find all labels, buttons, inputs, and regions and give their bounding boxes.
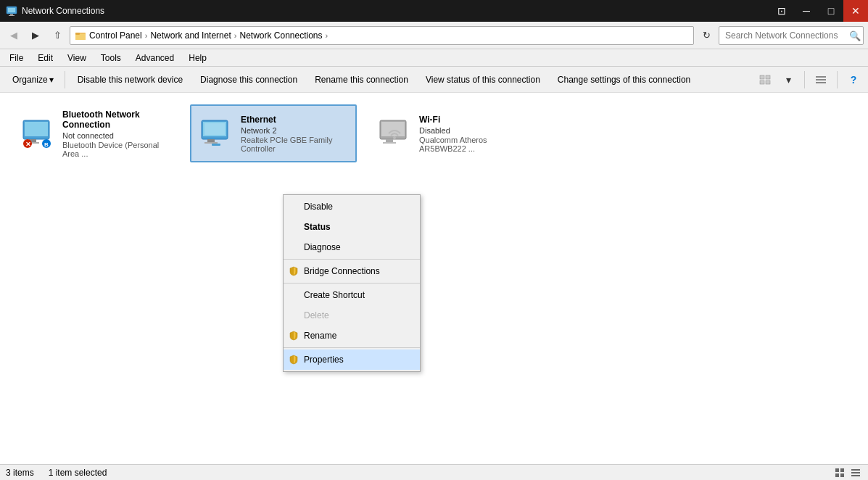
ctx-properties[interactable]: Properties xyxy=(284,349,420,370)
content-area: ✕ B Bluetooth Network Connection Not con… xyxy=(0,93,868,464)
window-title: Network Connections xyxy=(22,6,104,16)
folder-icon xyxy=(75,30,86,41)
window-controls: ⊡ ─ □ ✕ xyxy=(769,0,868,22)
shield-icon-properties xyxy=(288,354,299,365)
wifi-network-name: Wi-Fi xyxy=(419,115,526,125)
svg-rect-26 xyxy=(204,142,218,144)
item-count: 3 items xyxy=(6,468,34,478)
maximize-btn[interactable]: □ xyxy=(819,0,843,22)
svg-rect-13 xyxy=(816,82,826,83)
address-path: Control Panel › Network and Internet › N… xyxy=(70,26,694,45)
svg-rect-5 xyxy=(75,34,86,40)
forward-btn[interactable]: ▶ xyxy=(26,26,45,45)
bluetooth-network-text: Bluetooth Network Connection Not connect… xyxy=(62,109,170,158)
large-icons-icon xyxy=(835,468,845,478)
svg-rect-39 xyxy=(851,475,860,476)
bluetooth-network-name: Bluetooth Network Connection xyxy=(62,109,170,130)
ctx-bridge[interactable]: Bridge Connections xyxy=(284,261,420,281)
svg-rect-15 xyxy=(25,122,48,136)
toolbar-separator-3 xyxy=(837,71,838,88)
svg-rect-3 xyxy=(9,15,15,16)
disable-network-device-btn[interactable]: Disable this network device xyxy=(70,69,191,91)
title-bar: Network Connections ⊡ ─ □ ✕ xyxy=(0,0,868,22)
menu-advanced[interactable]: Advanced xyxy=(129,51,181,65)
svg-text:✕: ✕ xyxy=(25,141,31,148)
svg-rect-35 xyxy=(835,473,839,477)
address-bar: ◀ ▶ ⇧ Control Panel › Network and Intern… xyxy=(0,22,868,49)
svg-point-32 xyxy=(393,136,396,139)
menu-help[interactable]: Help xyxy=(182,51,213,65)
ctx-disable[interactable]: Disable xyxy=(284,196,420,217)
details-view-icon xyxy=(851,468,861,478)
breadcrumb-control-panel[interactable]: Control Panel xyxy=(89,30,142,41)
organize-btn[interactable]: Organize ▾ xyxy=(4,69,60,91)
ctx-rename[interactable]: Rename xyxy=(284,326,420,346)
network-item-wifi[interactable]: Wi-Fi Disabled Qualcomm Atheros AR5BWB22… xyxy=(368,104,535,162)
search-submit-btn[interactable]: 🔍 xyxy=(849,30,861,41)
selected-count: 1 item selected xyxy=(49,468,107,478)
breadcrumb-network-connections[interactable]: Network Connections xyxy=(239,30,322,41)
restore-btn[interactable]: ⊡ xyxy=(769,0,794,22)
toolbar-separator-1 xyxy=(65,71,65,88)
view-options-btn[interactable] xyxy=(755,70,775,90)
wifi-network-text: Wi-Fi Disabled Qualcomm Atheros AR5BWB22… xyxy=(419,115,526,153)
change-settings-btn[interactable]: Change settings of this connection xyxy=(550,69,698,91)
svg-rect-25 xyxy=(207,139,215,142)
svg-rect-9 xyxy=(760,80,764,84)
breadcrumb-network-internet[interactable]: Network and Internet xyxy=(150,30,231,41)
details-view-btn[interactable] xyxy=(811,70,831,90)
search-input[interactable] xyxy=(719,26,864,45)
menu-view[interactable]: View xyxy=(61,51,93,65)
svg-rect-11 xyxy=(816,76,826,78)
svg-rect-36 xyxy=(840,473,844,477)
svg-rect-33 xyxy=(835,468,839,472)
view-arrow-btn[interactable]: ▾ xyxy=(778,70,798,90)
ctx-shortcut[interactable]: Create Shortcut xyxy=(284,285,420,305)
back-btn[interactable]: ◀ xyxy=(4,26,23,45)
status-view-controls xyxy=(833,466,862,479)
bluetooth-network-status: Not connected xyxy=(62,131,170,140)
shield-icon-bridge xyxy=(288,265,299,277)
toolbar-separator-2 xyxy=(804,71,805,88)
status-bar: 3 items 1 item selected xyxy=(0,464,868,480)
ethernet-network-status: Network 2 xyxy=(241,126,348,135)
svg-rect-34 xyxy=(840,468,844,472)
svg-rect-38 xyxy=(851,472,860,473)
menu-edit[interactable]: Edit xyxy=(31,51,59,65)
minimize-btn[interactable]: ─ xyxy=(794,0,819,22)
refresh-btn[interactable]: ↻ xyxy=(697,26,716,45)
details-view-status-btn[interactable] xyxy=(849,466,862,479)
ethernet-network-icon xyxy=(199,116,233,151)
ctx-separator-2 xyxy=(284,283,420,284)
network-item-ethernet[interactable]: Ethernet Network 2 Realtek PCIe GBE Fami… xyxy=(190,104,357,162)
menu-bar: File Edit View Tools Advanced Help xyxy=(0,49,868,67)
close-btn[interactable]: ✕ xyxy=(843,0,868,22)
svg-rect-37 xyxy=(851,469,860,471)
svg-rect-30 xyxy=(386,139,393,142)
help-btn[interactable]: ? xyxy=(843,70,864,90)
ctx-separator-1 xyxy=(284,259,420,260)
diagnose-connection-btn[interactable]: Diagnose this connection xyxy=(192,69,305,91)
ctx-delete: Delete xyxy=(284,305,420,326)
svg-rect-1 xyxy=(8,8,15,12)
network-item-bluetooth[interactable]: ✕ B Bluetooth Network Connection Not con… xyxy=(12,104,178,162)
bluetooth-network-driver: Bluetooth Device (Personal Area ... xyxy=(62,141,170,158)
svg-rect-10 xyxy=(766,80,770,84)
bluetooth-network-icon: ✕ B xyxy=(20,116,55,151)
view-status-btn[interactable]: View status of this connection xyxy=(418,69,548,91)
menu-file[interactable]: File xyxy=(3,51,30,65)
ctx-diagnose[interactable]: Diagnose xyxy=(284,237,420,257)
ctx-status[interactable]: Status xyxy=(284,217,420,237)
up-btn[interactable]: ⇧ xyxy=(48,26,67,45)
svg-rect-12 xyxy=(816,79,826,80)
ethernet-network-text: Ethernet Network 2 Realtek PCIe GBE Fami… xyxy=(241,115,348,153)
menu-tools[interactable]: Tools xyxy=(94,51,128,65)
svg-rect-27 xyxy=(212,144,220,146)
svg-rect-7 xyxy=(760,75,764,79)
rename-connection-btn[interactable]: Rename this connection xyxy=(307,69,416,91)
shield-icon-rename xyxy=(288,330,299,342)
toolbar: Organize ▾ Disable this network device D… xyxy=(0,67,868,93)
svg-rect-2 xyxy=(10,14,13,15)
large-icons-view-btn[interactable] xyxy=(833,466,846,479)
wifi-network-icon xyxy=(377,116,412,151)
